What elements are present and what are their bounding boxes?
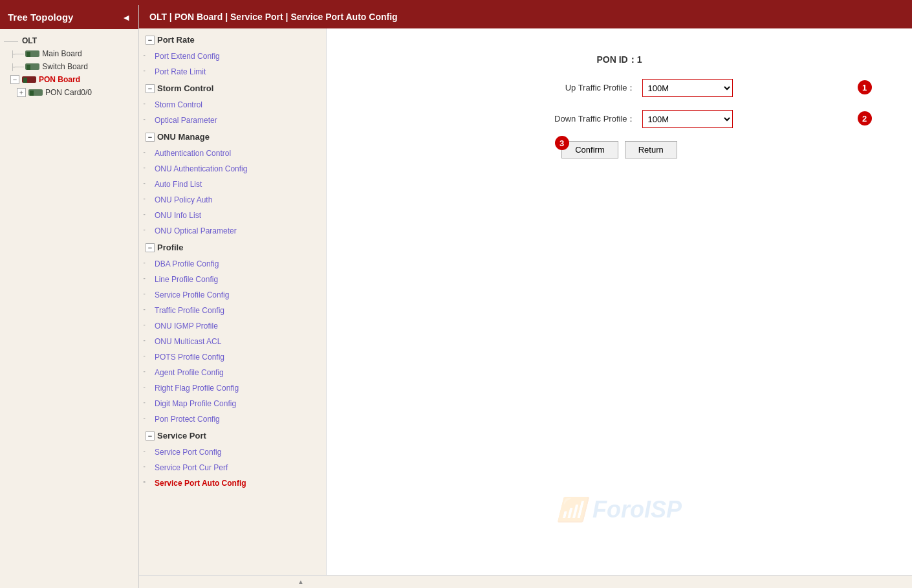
nav-item-port-rate-limit[interactable]: Port Rate Limit [139,64,326,80]
nav-section-profile[interactable]: − Profile [139,239,326,256]
sidebar-title: Tree Topology [8,12,73,23]
button-row: Confirm Return 3 [393,141,846,158]
nav-item-authentication-control[interactable]: Authentication Control [139,146,326,161]
nav-item-pots-profile-config[interactable]: POTS Profile Config [139,349,326,365]
up-traffic-row: Up Traffic Profile： 100M 200M 500M 1G 1 [393,79,846,97]
storm-control-label: Storm Control [157,83,213,93]
nav-section-service-port[interactable]: − Service Port [139,427,326,444]
nav-item-onu-info-list[interactable]: ONU Info List [139,208,326,223]
nav-item-onu-auth-config[interactable]: ONU Authentication Config [139,161,326,177]
tree-node-switch-board[interactable]: ├── Switch Board [6,60,138,73]
pon-board-label: PON Board [39,75,80,84]
top-bar [0,0,912,5]
onu-manage-label: ONU Manage [157,132,210,142]
action-badge: 3 [555,136,569,150]
nav-item-auto-find-list[interactable]: Auto Find List [139,177,326,192]
down-traffic-badge: 2 [858,111,872,125]
sidebar-tree: —— OLT ├── Main Board ├── Switch Board −… [0,29,138,588]
pon-board-icon [22,76,36,83]
service-port-label: Service Port [157,431,206,441]
sidebar-collapse-icon[interactable]: ◄ [122,12,131,23]
nav-section-onu-manage[interactable]: − ONU Manage [139,128,326,146]
form-container: PON ID：1 Up Traffic Profile： 100M 200M 5… [393,54,846,158]
service-port-collapse-icon[interactable]: − [146,431,155,441]
down-traffic-label: Down Traffic Profile： [506,113,636,125]
nav-item-onu-igmp-profile[interactable]: ONU IGMP Profile [139,318,326,334]
nav-item-dba-profile-config[interactable]: DBA Profile Config [139,256,326,272]
left-nav: − Port Rate Port Extend Config Port Rate… [139,28,327,575]
down-traffic-select[interactable]: 100M 200M 500M 1G [642,110,733,128]
pon-card-label: PON Card0/0 [45,88,92,97]
nav-item-service-port-cur-perf[interactable]: Service Port Cur Perf [139,460,326,475]
nav-item-optical-parameter[interactable]: Optical Parameter [139,113,326,128]
sidebar-header[interactable]: Tree Topology ◄ [0,5,138,29]
onu-manage-collapse-icon[interactable]: − [146,133,155,142]
nav-item-service-profile-config[interactable]: Service Profile Config [139,287,326,303]
nav-item-onu-optical-parameter[interactable]: ONU Optical Parameter [139,223,326,239]
up-traffic-badge: 1 [858,80,872,94]
main-board-label: Main Board [42,49,81,58]
breadcrumb-text: OLT | PON Board | Service Port | Service… [149,12,398,22]
profile-label: Profile [157,243,183,252]
nav-item-port-extend-config[interactable]: Port Extend Config [139,49,326,64]
profile-collapse-icon[interactable]: − [146,243,155,252]
storm-control-collapse-icon[interactable]: − [146,84,155,93]
nav-item-traffic-profile-config[interactable]: Traffic Profile Config [139,303,326,318]
tree-node-pon-card[interactable]: + PON Card0/0 [13,86,138,99]
nav-item-onu-multicast-acl[interactable]: ONU Multicast ACL [139,334,326,349]
pon-card-icon [28,89,43,96]
nav-section-port-rate[interactable]: − Port Rate [139,31,326,49]
nav-item-service-port-config[interactable]: Service Port Config [139,444,326,460]
nav-item-digit-map-profile-config[interactable]: Digit Map Profile Config [139,396,326,411]
pon-board-expand-icon[interactable]: − [10,75,19,84]
main-content: PON ID：1 Up Traffic Profile： 100M 200M 5… [327,28,912,575]
breadcrumb: OLT | PON Board | Service Port | Service… [139,5,912,28]
bottom-bar: ▲ [139,575,912,588]
nav-item-agent-profile-config[interactable]: Agent Profile Config [139,365,326,380]
nav-section-storm-control[interactable]: − Storm Control [139,80,326,97]
confirm-button[interactable]: Confirm [561,141,618,158]
scroll-up-icon[interactable]: ▲ [139,578,304,585]
return-button[interactable]: Return [625,141,677,158]
olt-label: OLT [22,36,37,45]
sidebar: Tree Topology ◄ —— OLT ├── Main Board ├─… [0,5,139,588]
up-traffic-select[interactable]: 100M 200M 500M 1G [642,79,733,97]
nav-item-storm-control[interactable]: Storm Control [139,97,326,113]
switch-board-icon [25,63,39,70]
nav-item-pon-protect-config[interactable]: Pon Protect Config [139,411,326,427]
pon-id-row: PON ID：1 [393,54,846,66]
pon-card-expand-icon[interactable]: + [17,88,26,97]
port-rate-label: Port Rate [157,35,195,45]
right-panel: OLT | PON Board | Service Port | Service… [139,5,912,588]
watermark-icon: 📶 [557,496,586,523]
nav-item-service-port-auto-config[interactable]: Service Port Auto Config [139,475,326,491]
main-board-icon [25,50,39,57]
nav-item-onu-policy-auth[interactable]: ONU Policy Auth [139,192,326,208]
pon-id-label: PON ID：1 [596,54,642,65]
nav-item-right-flag-profile-config[interactable]: Right Flag Profile Config [139,380,326,396]
tree-node-pon-board[interactable]: − PON Board [6,73,138,86]
nav-item-line-profile-config[interactable]: Line Profile Config [139,272,326,287]
down-traffic-row: Down Traffic Profile： 100M 200M 500M 1G … [393,110,846,128]
up-traffic-label: Up Traffic Profile： [506,82,636,94]
watermark-text: ForoISP [592,496,682,523]
tree-node-olt[interactable]: —— OLT [0,34,138,47]
port-rate-collapse-icon[interactable]: − [146,36,155,45]
watermark: 📶 ForoISP [557,496,682,523]
content-area: − Port Rate Port Extend Config Port Rate… [139,28,912,575]
switch-board-label: Switch Board [42,62,88,71]
tree-node-main-board[interactable]: ├── Main Board [6,47,138,60]
